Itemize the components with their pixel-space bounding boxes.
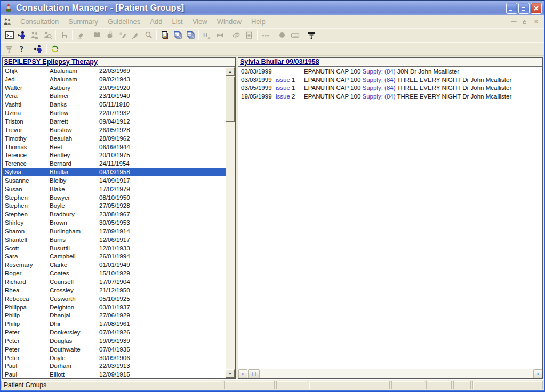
apple-icon[interactable]	[103, 29, 116, 41]
patient-row[interactable]: TimothyBeaulah28/09/1962	[3, 134, 226, 143]
patient-row[interactable]: PeterDoyle30/09/1906	[3, 354, 226, 362]
menu-list[interactable]: List	[167, 16, 187, 27]
patient-row[interactable]: GhjkAbalunam22/03/1969	[3, 67, 226, 75]
close-icon[interactable]	[531, 3, 542, 14]
medication-row[interactable]: 03/05/1999issue 1EPANUTIN CAP 100 Supply…	[238, 84, 542, 93]
select-patient-icon[interactable]	[32, 43, 45, 55]
hscrollbar-thumb[interactable]	[248, 369, 260, 378]
horizontal-scrollbar[interactable]: ‹ ›	[238, 369, 542, 378]
scroll-up-icon[interactable]: ▲	[226, 67, 235, 76]
magnifier-icon[interactable]	[142, 29, 155, 41]
patient-row[interactable]: RheaCrossley21/12/1950	[3, 286, 226, 295]
patient-row[interactable]: TerenceBentley20/10/1975	[3, 151, 226, 159]
patient-row[interactable]: WalterAstbury29/09/1920	[3, 84, 226, 92]
menu-guidelines[interactable]: Guidelines	[103, 16, 145, 27]
add-entry-icon[interactable]	[116, 29, 129, 41]
patient-row[interactable]: SaraCampbell26/01/1994	[3, 252, 226, 261]
medication-row[interactable]: 03/03/1999issue 1EPANUTIN CAP 100 Supply…	[238, 76, 542, 84]
mdi-minimize-icon[interactable]: —	[509, 18, 518, 26]
patient-row[interactable]: RichardCounsell17/07/1904	[3, 277, 226, 286]
notepad-icon[interactable]	[243, 29, 255, 41]
dressing-bow-icon[interactable]	[213, 29, 226, 41]
patient-row[interactable]: PeterDonkersley07/04/1926	[3, 328, 226, 337]
patient-last-name: Burns	[50, 236, 99, 243]
help-question-icon[interactable]: ?	[15, 43, 28, 55]
app-icon	[4, 3, 13, 13]
patient-row[interactable]: VashtiBanks05/11/1910	[3, 100, 226, 109]
menu-summary[interactable]: Summary	[63, 16, 103, 27]
patient-row[interactable]: SharonBurlingham17/09/1914	[3, 227, 226, 235]
patient-row[interactable]: SusanneBielby14/09/1917	[3, 176, 226, 185]
patient-row[interactable]: StephenBoyle27/05/1928	[3, 202, 226, 210]
journal-book-icon[interactable]	[91, 29, 103, 41]
patient-first-name: Richard	[3, 279, 50, 285]
patient-row[interactable]: PhilippaDeighton03/01/1937	[3, 303, 226, 312]
patient-row[interactable]: UzmaBarlow22/07/1932	[3, 109, 226, 117]
patient-row[interactable]: ShantellBurns12/06/1917	[3, 235, 226, 244]
form-window-icon[interactable]	[3, 29, 15, 41]
patient-row[interactable]: VeraBalmer23/10/1940	[3, 92, 226, 101]
scroll-left-icon[interactable]: ‹	[238, 369, 247, 378]
patient-row[interactable]: RosemaryClarke01/01/1949	[3, 260, 226, 269]
consultation-tree-icon[interactable]	[305, 29, 318, 41]
menu-help[interactable]: Help	[246, 16, 270, 27]
eraser-icon[interactable]	[74, 29, 87, 41]
scroll-right-icon[interactable]: ›	[533, 369, 542, 378]
patient-row[interactable]: SylviaBhullar09/03/1958	[3, 168, 226, 176]
patient-dob: 26/01/1994	[99, 253, 226, 259]
patient-row[interactable]: PhilipDhanjal27/06/1929	[3, 311, 226, 320]
select-patient-icon[interactable]	[15, 29, 28, 41]
patient-row[interactable]: PaulDurham22/03/1913	[3, 362, 226, 371]
medication-row[interactable]: 19/05/1999issue 2EPANUTIN CAP 100 Supply…	[238, 92, 542, 101]
patient-last-name: Boyle	[50, 202, 99, 209]
patient-row[interactable]: RogerCoates15/10/1929	[3, 269, 226, 277]
patient-row[interactable]: StephenBradbury23/08/1967	[3, 210, 226, 218]
patient-last-name: Cusworth	[50, 296, 99, 302]
pen-icon[interactable]	[129, 29, 142, 41]
patient-row[interactable]: ScottBusuttil12/01/1933	[3, 244, 226, 252]
medication-row[interactable]: 03/03/1999EPANUTIN CAP 100 Supply: (84) …	[238, 67, 542, 76]
menu-view[interactable]: View	[188, 16, 212, 27]
patient-row[interactable]: RebeccaCusworth05/10/1925	[3, 295, 226, 303]
minimize-icon[interactable]	[506, 3, 517, 14]
patient-row[interactable]: PaulElliott12/09/1915	[3, 370, 226, 378]
mdi-close-icon[interactable]: ✕	[532, 18, 541, 26]
keyboard-icon[interactable]	[288, 29, 301, 41]
patient-row[interactable]: TristonBarrett09/04/1912	[3, 117, 226, 126]
mdi-restore-icon[interactable]	[520, 18, 530, 26]
patient-dob: 09/04/1912	[99, 118, 226, 125]
consultation-person-icon	[3, 18, 12, 26]
patient-row[interactable]: ShirleyBrown30/05/1953	[3, 218, 226, 227]
restore-icon[interactable]	[518, 3, 530, 14]
patient-row[interactable]: PhilipDhir17/08/1961	[3, 320, 226, 328]
patient-row[interactable]: SusanBlake17/02/1979	[3, 185, 226, 193]
cascade-windows-icon[interactable]	[184, 29, 197, 41]
patient-row[interactable]: PeterDouglas19/09/1939	[3, 337, 226, 345]
scroll-down-icon[interactable]: ▼	[226, 369, 235, 378]
vscrollbar-thumb[interactable]	[226, 77, 235, 122]
patient-first-name: Philippa	[3, 304, 50, 311]
appointment-chair-icon[interactable]	[58, 29, 70, 41]
patient-row[interactable]: TrevorBarstow26/05/1928	[3, 126, 226, 134]
refresh-cycle-icon[interactable]	[49, 43, 61, 55]
patient-pair-icon[interactable]	[28, 29, 41, 41]
ellipsis-icon[interactable]	[259, 29, 272, 41]
menu-add[interactable]: Add	[145, 16, 167, 27]
tiled-windows-icon[interactable]: L	[171, 29, 184, 41]
menu-consultation[interactable]: Consultation	[15, 16, 63, 27]
history-hx-icon[interactable]: Hx	[201, 29, 213, 41]
patient-find-icon[interactable]	[41, 29, 54, 41]
patient-row[interactable]: JedAbalunam09/02/1943	[3, 75, 226, 84]
patient-row[interactable]: ThomasBeet06/09/1944	[3, 143, 226, 151]
read-code-book-icon[interactable]: L	[158, 29, 171, 41]
medication-pill-icon[interactable]	[230, 29, 243, 41]
consultation-tree-icon[interactable]	[3, 43, 15, 55]
patient-row[interactable]: PeterDouthwaite07/04/1935	[3, 345, 226, 354]
record-circle-icon[interactable]	[276, 29, 288, 41]
patient-row[interactable]: StephenBowyer08/10/1950	[3, 193, 226, 202]
vertical-scrollbar[interactable]: ▲ ▼	[226, 67, 235, 378]
patient-row[interactable]: TerenceBernard24/11/1954	[3, 159, 226, 168]
svg-text:H: H	[203, 32, 207, 38]
menu-window[interactable]: Window	[212, 16, 246, 27]
record-issue: issue 1	[276, 85, 304, 91]
